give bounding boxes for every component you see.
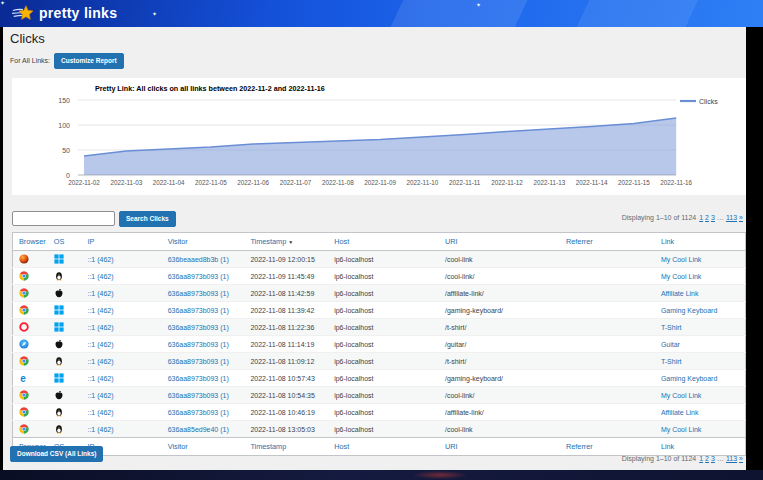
ip-cell[interactable]: ::1 (462) [83, 387, 163, 404]
svg-text:2022-11-06: 2022-11-06 [237, 179, 269, 186]
ip-cell[interactable]: ::1 (462) [83, 285, 163, 302]
svg-text:2022-11-09: 2022-11-09 [364, 179, 396, 186]
ip-cell[interactable]: ::1 (462) [83, 251, 163, 268]
uri-cell: /gaming-keyboard/ [441, 302, 562, 319]
svg-text:2022-11-10: 2022-11-10 [407, 179, 439, 186]
os-cell [50, 421, 84, 438]
visitor-cell[interactable]: 636aa8973b093 (1) [164, 387, 247, 404]
svg-text:50: 50 [62, 147, 70, 154]
windows-icon [54, 254, 64, 264]
visitor-cell[interactable]: 636beaaed8b3b (1) [164, 251, 247, 268]
displaying-count: Displaying 1–10 of 1124 [622, 455, 699, 462]
column-header-browser[interactable]: Browser [13, 233, 50, 251]
ip-cell[interactable]: ::1 (462) [83, 421, 163, 438]
ip-cell[interactable]: ::1 (462) [83, 268, 163, 285]
link-cell[interactable]: Gaming Keyboard [657, 370, 746, 387]
click-row: ::1 (462)636aa8973b093 (1)2022-11-08 11:… [13, 353, 746, 370]
sparkle-icon: ✦ [152, 11, 157, 17]
column-header-ip[interactable]: IP [83, 233, 163, 251]
ip-cell[interactable]: ::1 (462) [83, 353, 163, 370]
link-cell[interactable]: T-Shirt [657, 319, 746, 336]
column-header-referrer[interactable]: Referrer [562, 438, 657, 456]
windows-icon [54, 305, 64, 315]
column-header-uri[interactable]: URI [441, 233, 562, 251]
click-row: ::1 (462)636aa8973b093 (1)2022-11-08 11:… [13, 336, 746, 353]
search-input[interactable] [12, 211, 115, 226]
timestamp-cell: 2022-11-08 11:39:42 [246, 302, 330, 319]
logo-text: pretty links [39, 5, 117, 21]
column-header-visitor[interactable]: Visitor [164, 438, 247, 456]
host-cell: ip6-localhost [330, 353, 441, 370]
page-link-3[interactable]: 3 [711, 214, 715, 221]
visitor-cell[interactable]: 636aa8973b093 (1) [164, 353, 247, 370]
column-header-host[interactable]: Host [330, 438, 441, 456]
page-link-3[interactable]: 3 [711, 455, 715, 462]
timestamp-cell: 2022-11-08 10:54:35 [246, 387, 330, 404]
link-cell[interactable]: Affiliate Link [657, 285, 746, 302]
uri-cell: /cool-link [441, 421, 562, 438]
link-cell[interactable]: My Cool Link [657, 421, 746, 438]
chrome-icon [19, 424, 29, 434]
link-cell[interactable]: T-Shirt [657, 353, 746, 370]
timestamp-cell: 2022-11-08 11:14:19 [246, 336, 330, 353]
visitor-cell[interactable]: 636aa8973b093 (1) [164, 319, 247, 336]
visitor-cell[interactable]: 636aa8973b093 (1) [164, 336, 247, 353]
next-page-link[interactable]: » [739, 455, 743, 462]
ip-cell[interactable]: ::1 (462) [83, 336, 163, 353]
link-cell[interactable]: Gaming Keyboard [657, 302, 746, 319]
visitor-cell[interactable]: 636aa8973b093 (1) [164, 268, 247, 285]
visitor-cell[interactable]: 636aa8973b093 (1) [164, 302, 247, 319]
referrer-cell [562, 353, 657, 370]
column-header-timestamp[interactable]: Timestamp [246, 438, 330, 456]
ip-cell[interactable]: ::1 (462) [83, 404, 163, 421]
column-header-timestamp[interactable]: Timestamp▼ [246, 233, 330, 251]
linux-icon [54, 424, 64, 434]
svg-text:Clicks: Clicks [699, 98, 718, 105]
os-cell [50, 251, 84, 268]
column-header-host[interactable]: Host [330, 233, 441, 251]
column-header-link[interactable]: Link [657, 438, 746, 456]
clicks-chart-card: Pretty Link: All clicks on all links bet… [12, 78, 746, 195]
ip-cell[interactable]: ::1 (462) [83, 370, 163, 387]
column-header-link[interactable]: Link [657, 233, 746, 251]
screen: pretty links ✦ ✦ ✦ Clicks For All Links:… [0, 0, 763, 480]
column-header-visitor[interactable]: Visitor [164, 233, 247, 251]
referrer-cell [562, 404, 657, 421]
link-cell[interactable]: My Cool Link [657, 268, 746, 285]
click-row: ::1 (462)636aa85ed9e40 (1)2022-11-08 13:… [13, 421, 746, 438]
host-cell: ip6-localhost [330, 319, 441, 336]
page-link-1[interactable]: 1 [699, 214, 703, 221]
next-page-link[interactable]: » [739, 214, 743, 221]
ip-cell[interactable]: ::1 (462) [83, 319, 163, 336]
click-row: ::1 (462)636beaaed8b3b (1)2022-11-09 12:… [13, 251, 746, 268]
column-header-os[interactable]: OS [50, 233, 84, 251]
list-toolbar: Search Clicks Displaying 1–10 of 1124 12… [3, 209, 746, 229]
ip-cell[interactable]: ::1 (462) [83, 302, 163, 319]
link-cell[interactable]: My Cool Link [657, 387, 746, 404]
click-row: ::1 (462)636aa8973b093 (1)2022-11-09 11:… [13, 268, 746, 285]
column-header-referrer[interactable]: Referrer [562, 233, 657, 251]
page-link-113[interactable]: 113 [726, 214, 737, 221]
page-link-2[interactable]: 2 [705, 214, 709, 221]
customize-report-button[interactable]: Customize Report [54, 53, 124, 69]
click-row: ::1 (462)636aa8973b093 (1)2022-11-08 10:… [13, 404, 746, 421]
link-cell[interactable]: My Cool Link [657, 251, 746, 268]
page-link-2[interactable]: 2 [705, 455, 709, 462]
browser-cell [13, 285, 50, 302]
host-cell: ip6-localhost [330, 421, 441, 438]
visitor-cell[interactable]: 636aa8973b093 (1) [164, 370, 247, 387]
visitor-cell[interactable]: 636aa8973b093 (1) [164, 285, 247, 302]
chrome-icon [19, 288, 29, 298]
chrome-icon [19, 271, 29, 281]
svg-text:2022-11-12: 2022-11-12 [491, 179, 523, 186]
link-cell[interactable]: Affiliate Link [657, 404, 746, 421]
page-link-113[interactable]: 113 [726, 455, 737, 462]
link-cell[interactable]: Guitar [657, 336, 746, 353]
download-csv-button[interactable]: Download CSV (All Links) [10, 446, 103, 462]
page-link-1[interactable]: 1 [699, 455, 703, 462]
visitor-cell[interactable]: 636aa8973b093 (1) [164, 404, 247, 421]
search-clicks-button[interactable]: Search Clicks [119, 211, 176, 227]
os-cell [50, 353, 84, 370]
visitor-cell[interactable]: 636aa85ed9e40 (1) [164, 421, 247, 438]
column-header-uri[interactable]: URI [441, 438, 562, 456]
